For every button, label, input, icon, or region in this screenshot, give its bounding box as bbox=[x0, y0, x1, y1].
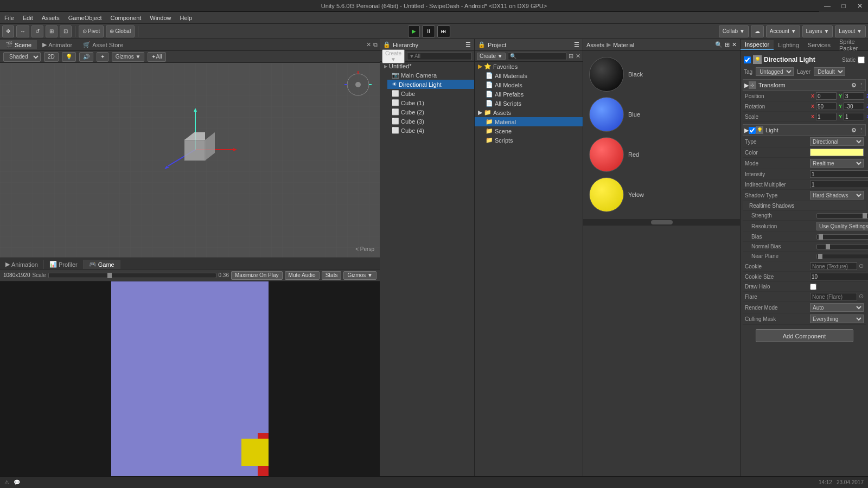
position-y-input[interactable] bbox=[844, 92, 864, 100]
account-button[interactable]: Account ▼ bbox=[766, 25, 800, 37]
layer-dropdown[interactable]: Default bbox=[814, 67, 845, 76]
folder-scene[interactable]: 📁 Scene bbox=[475, 126, 583, 136]
material-yellow[interactable]: Yelow bbox=[588, 176, 736, 214]
scene-3d-view[interactable]: < Persp bbox=[0, 63, 380, 258]
cookie-none-btn[interactable]: None (Texture) bbox=[810, 262, 857, 270]
normal-bias-slider[interactable] bbox=[816, 244, 868, 249]
inspector-tab[interactable]: Inspector bbox=[741, 40, 774, 50]
gizmos-btn[interactable]: Gizmos ▼ bbox=[112, 52, 145, 62]
tab-animator[interactable]: ▶ Animator bbox=[37, 40, 78, 49]
maximize-on-play-btn[interactable]: Maximize On Play bbox=[231, 271, 283, 280]
folder-all-materials[interactable]: 📄 All Materials bbox=[475, 71, 583, 80]
hierarchy-item-directional-light[interactable]: ☀ Directional Light bbox=[387, 80, 474, 89]
hierarchy-create-btn[interactable]: Create ▼ bbox=[382, 49, 405, 63]
tool-move[interactable]: ↔ bbox=[16, 25, 29, 37]
resolution-select[interactable]: Use Quality Settings bbox=[816, 222, 868, 230]
2d-toggle[interactable]: 2D bbox=[44, 52, 59, 62]
light-component-header[interactable]: ▶ 💡 Light ⚙ ⋮ bbox=[743, 124, 866, 136]
draw-halo-checkbox[interactable] bbox=[810, 284, 816, 290]
global-button[interactable]: ⊕ Global bbox=[106, 25, 135, 37]
close-tab-icon[interactable]: ✕ bbox=[366, 41, 371, 48]
tab-profiler[interactable]: 📊 Profiler bbox=[44, 260, 84, 269]
scale-y-input[interactable] bbox=[844, 113, 864, 120]
render-mode-select[interactable]: Auto bbox=[810, 303, 864, 312]
collab-button[interactable]: Collab ▼ bbox=[719, 25, 749, 37]
cookie-size-input[interactable] bbox=[810, 273, 868, 280]
tool-rotate[interactable]: ↺ bbox=[31, 25, 43, 37]
culling-mask-select[interactable]: Everything bbox=[810, 314, 864, 323]
tool-hand[interactable]: ✥ bbox=[2, 25, 14, 37]
audio-toggle[interactable]: 🔊 bbox=[79, 52, 93, 62]
assets-scrollbar[interactable] bbox=[583, 218, 740, 226]
project-menu-icon[interactable]: ☰ bbox=[574, 41, 579, 48]
shading-mode-select[interactable]: Shaded bbox=[3, 52, 41, 62]
hierarchy-search-input[interactable] bbox=[407, 53, 472, 60]
shadow-type-select[interactable]: Hard Shadows bbox=[810, 191, 864, 200]
stats-btn[interactable]: Stats bbox=[322, 271, 342, 280]
near-plane-slider[interactable] bbox=[816, 254, 868, 259]
folder-all-scripts[interactable]: 📄 All Scripts bbox=[475, 99, 583, 108]
static-checkbox[interactable] bbox=[858, 56, 865, 63]
cloud-button[interactable]: ☁ bbox=[751, 25, 764, 37]
project-layout-icon[interactable]: ⊞ bbox=[569, 53, 573, 60]
layers-button[interactable]: Layers ▼ bbox=[802, 25, 833, 37]
cookie-target-icon[interactable]: ⊙ bbox=[859, 262, 864, 270]
step-button[interactable]: ⏭ bbox=[437, 25, 450, 37]
folder-all-prefabs[interactable]: 📄 All Prefabs bbox=[475, 89, 583, 99]
hierarchy-menu-icon[interactable]: ☰ bbox=[465, 41, 471, 48]
light-settings-icon[interactable]: ⚙ bbox=[851, 127, 857, 134]
scale-slider[interactable] bbox=[48, 273, 216, 278]
light-color-swatch[interactable] bbox=[810, 149, 864, 156]
scale-x-input[interactable] bbox=[816, 113, 837, 120]
flare-target-icon[interactable]: ⊙ bbox=[859, 293, 864, 300]
transform-component-header[interactable]: ▶ ⊹ Transform ⚙ ⋮ bbox=[743, 79, 866, 91]
intensity-input[interactable] bbox=[810, 170, 868, 178]
play-button[interactable]: ▶ bbox=[408, 25, 420, 37]
assets-close-icon[interactable]: ✕ bbox=[732, 41, 737, 48]
project-close-icon[interactable]: ✕ bbox=[576, 53, 580, 60]
project-search-input[interactable] bbox=[508, 53, 566, 60]
tab-game[interactable]: 🎮 Game bbox=[84, 260, 120, 269]
hierarchy-item-main-camera[interactable]: 📷 Main Camera bbox=[387, 70, 474, 80]
hierarchy-item-cube4[interactable]: ⬜ Cube (4) bbox=[387, 126, 474, 135]
hierarchy-item-cube2[interactable]: ⬜ Cube (2) bbox=[387, 107, 474, 117]
assets-layout-icon[interactable]: ⊞ bbox=[725, 41, 730, 48]
fx-toggle[interactable]: ✦ bbox=[97, 52, 108, 62]
indirect-mult-input[interactable] bbox=[810, 181, 868, 188]
close-button[interactable]: ✕ bbox=[852, 0, 868, 12]
material-red[interactable]: Red bbox=[588, 136, 736, 174]
tool-rect[interactable]: ⊡ bbox=[60, 25, 72, 37]
material-blue[interactable]: Blue bbox=[588, 95, 736, 133]
maximize-view-icon[interactable]: ⧉ bbox=[373, 41, 378, 48]
tool-scale[interactable]: ⊞ bbox=[46, 25, 58, 37]
material-black[interactable]: Black bbox=[588, 55, 736, 93]
lighting-tab[interactable]: Lighting bbox=[774, 41, 803, 49]
rotation-x-input[interactable] bbox=[816, 102, 837, 110]
rotation-y-input[interactable] bbox=[844, 102, 864, 110]
transform-menu-icon[interactable]: ⋮ bbox=[858, 82, 864, 89]
hierarchy-item-untitled[interactable]: ▶ Untitled* bbox=[380, 62, 474, 70]
game-gizmos-btn[interactable]: Gizmos ▼ bbox=[343, 271, 376, 280]
menu-component[interactable]: Component bbox=[106, 14, 145, 22]
tag-dropdown[interactable]: Untagged bbox=[756, 67, 794, 76]
folder-assets[interactable]: ▶ 📁 Assets bbox=[475, 108, 583, 117]
menu-help[interactable]: Help bbox=[175, 14, 196, 22]
maximize-button[interactable]: □ bbox=[835, 0, 852, 12]
folder-all-models[interactable]: 📄 All Models bbox=[475, 80, 583, 89]
bias-slider[interactable] bbox=[816, 234, 868, 240]
menu-file[interactable]: File bbox=[0, 14, 18, 22]
object-active-checkbox[interactable] bbox=[744, 56, 751, 63]
layout-button[interactable]: Layout ▼ bbox=[835, 25, 866, 37]
menu-edit[interactable]: Edit bbox=[18, 14, 37, 22]
services-tab[interactable]: Services bbox=[803, 41, 835, 49]
light-menu-icon[interactable]: ⋮ bbox=[858, 127, 864, 134]
transform-settings-icon[interactable]: ⚙ bbox=[851, 82, 857, 89]
add-component-button[interactable]: Add Component bbox=[756, 329, 853, 342]
tab-scene[interactable]: 🎬 Scene bbox=[0, 40, 37, 49]
flare-none-btn[interactable]: None (Flare) bbox=[810, 293, 857, 300]
menu-assets[interactable]: Assets bbox=[37, 14, 64, 22]
light-type-select[interactable]: Directional bbox=[810, 137, 864, 146]
project-create-btn[interactable]: Create ▼ bbox=[477, 53, 506, 60]
mute-audio-btn[interactable]: Mute Audio bbox=[285, 271, 320, 280]
assets-search-icon[interactable]: 🔍 bbox=[715, 41, 723, 48]
